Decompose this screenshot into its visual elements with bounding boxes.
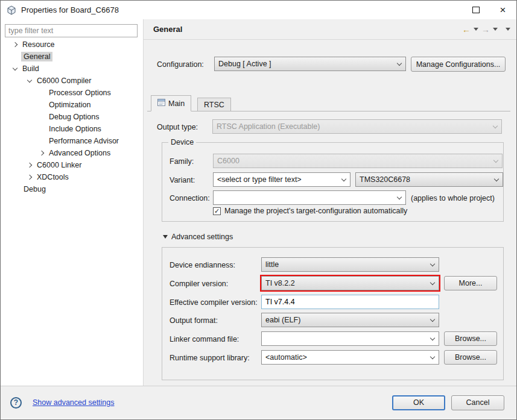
connection-combo[interactable] bbox=[213, 190, 406, 205]
dropdown-arrow-icon bbox=[427, 258, 439, 271]
maximize-icon bbox=[472, 7, 480, 13]
linker-command-file-label: Linker command file: bbox=[170, 335, 239, 343]
cancel-button[interactable]: Cancel bbox=[451, 395, 504, 410]
dropdown-arrow-icon bbox=[489, 120, 501, 133]
close-button[interactable]: × bbox=[489, 1, 516, 19]
effective-compiler-version-field[interactable] bbox=[261, 295, 439, 309]
title-bar: Properties for Board_C6678 × bbox=[1, 1, 516, 19]
device-group: Device Family: C6000 Variant: <select or… bbox=[162, 142, 504, 222]
sidebar-item-xdctools[interactable]: XDCtools bbox=[1, 171, 143, 183]
sidebar: Resource General Build C6000 Compiler Pr… bbox=[1, 19, 144, 386]
dialog-footer: ? Show advanced settings OK Cancel bbox=[1, 386, 516, 419]
maximize-button[interactable] bbox=[462, 1, 489, 19]
sidebar-item-debug[interactable]: Debug bbox=[1, 183, 143, 195]
forward-menu-caret-icon[interactable] bbox=[493, 28, 498, 31]
dropdown-arrow-icon bbox=[490, 154, 502, 168]
effective-compiler-version-label: Effective compiler version: bbox=[170, 298, 258, 307]
variant-label: Variant: bbox=[170, 176, 195, 184]
twistie-down-icon bbox=[163, 235, 168, 239]
back-icon[interactable]: ← bbox=[462, 25, 471, 34]
output-type-label: Output type: bbox=[157, 123, 198, 131]
window-icon bbox=[7, 5, 16, 15]
device-endianness-label: Device endianness: bbox=[170, 261, 235, 269]
dropdown-arrow-icon bbox=[393, 191, 405, 204]
sidebar-item-optimization[interactable]: Optimization bbox=[1, 99, 143, 111]
manage-target-config-checkbox[interactable]: ✓ bbox=[213, 207, 221, 215]
sidebar-item-processor-options[interactable]: Processor Options bbox=[1, 87, 143, 99]
dropdown-arrow-icon bbox=[338, 173, 350, 186]
general-panel: General ← → Configuration: Debug [ Activ… bbox=[144, 19, 516, 386]
runtime-support-library-combo[interactable]: <automatic> bbox=[261, 350, 439, 365]
compiler-version-label: Compiler version: bbox=[170, 280, 228, 288]
chevron-right-icon[interactable] bbox=[25, 163, 34, 167]
chevron-down-icon[interactable] bbox=[10, 67, 20, 70]
more-button[interactable]: More... bbox=[444, 276, 497, 290]
advanced-settings-toggle[interactable]: Advanced settings bbox=[163, 233, 233, 241]
back-menu-caret-icon[interactable] bbox=[474, 28, 478, 31]
chevron-right-icon[interactable] bbox=[10, 43, 20, 46]
family-select: C6000 bbox=[213, 154, 503, 168]
dialog-body: Resource General Build C6000 Compiler Pr… bbox=[1, 19, 516, 386]
output-format-select[interactable]: eabi (ELF) bbox=[261, 313, 439, 327]
panel-header: General ← → bbox=[144, 19, 516, 40]
form-icon bbox=[157, 99, 165, 108]
dropdown-arrow-icon bbox=[393, 57, 405, 71]
variant-select[interactable]: TMS320C6678 bbox=[355, 172, 503, 187]
configuration-label: Configuration: bbox=[157, 60, 204, 69]
chevron-down-icon[interactable] bbox=[25, 80, 34, 82]
chevron-right-icon[interactable] bbox=[25, 175, 34, 179]
family-label: Family: bbox=[170, 157, 194, 166]
linker-command-file-combo[interactable] bbox=[261, 331, 439, 346]
tab-strip-divider bbox=[147, 111, 510, 111]
variant-filter-combo[interactable]: <select or type filter text> bbox=[213, 172, 350, 187]
browse-linker-button[interactable]: Browse... bbox=[444, 331, 497, 346]
output-type-select: RTSC Application (Executable) bbox=[212, 119, 502, 134]
dropdown-arrow-icon bbox=[490, 173, 503, 186]
sidebar-item-c6000-linker[interactable]: C6000 Linker bbox=[1, 159, 143, 171]
view-menu-caret-icon[interactable] bbox=[506, 28, 510, 31]
manage-target-config-row: ✓ Manage the project's target-configurat… bbox=[213, 207, 407, 215]
tab-main[interactable]: Main bbox=[151, 95, 191, 111]
sidebar-item-c6000-compiler[interactable]: C6000 Compiler bbox=[1, 75, 143, 87]
tab-rtsc[interactable]: RTSC bbox=[197, 98, 231, 111]
sidebar-item-performance-advisor[interactable]: Performance Advisor bbox=[1, 135, 143, 147]
compiler-version-select[interactable]: TI v8.2.2 bbox=[261, 276, 439, 290]
advanced-settings-group: Device endianness: little Compiler versi… bbox=[162, 247, 504, 380]
output-format-label: Output format: bbox=[170, 316, 218, 325]
history-nav: ← → bbox=[462, 25, 510, 34]
dropdown-arrow-icon bbox=[427, 332, 439, 345]
browse-runtime-button[interactable]: Browse... bbox=[444, 350, 497, 365]
window-title: Properties for Board_C6678 bbox=[21, 5, 119, 14]
dropdown-arrow-icon bbox=[427, 313, 439, 327]
forward-icon[interactable]: → bbox=[481, 25, 490, 34]
properties-dialog: Properties for Board_C6678 × Resource Ge… bbox=[0, 0, 517, 420]
sidebar-item-include-options[interactable]: Include Options bbox=[1, 123, 143, 135]
manage-configurations-button[interactable]: Manage Configurations... bbox=[411, 57, 506, 72]
filter-input[interactable] bbox=[5, 24, 138, 37]
help-icon[interactable]: ? bbox=[10, 397, 22, 409]
dropdown-arrow-icon bbox=[427, 277, 439, 290]
check-icon: ✓ bbox=[214, 208, 220, 215]
connection-note: (applies to whole project) bbox=[411, 194, 495, 202]
runtime-support-library-label: Runtime support library: bbox=[170, 354, 250, 362]
ok-button[interactable]: OK bbox=[392, 395, 445, 410]
chevron-right-icon[interactable] bbox=[37, 151, 46, 155]
sidebar-item-resource[interactable]: Resource bbox=[1, 39, 143, 51]
device-group-legend: Device bbox=[168, 138, 196, 146]
device-endianness-select[interactable]: little bbox=[261, 257, 439, 272]
manage-target-config-label: Manage the project's target-configuratio… bbox=[224, 207, 407, 215]
settings-tree: Resource General Build C6000 Compiler Pr… bbox=[1, 39, 143, 195]
page-title: General bbox=[153, 25, 182, 34]
dropdown-arrow-icon bbox=[427, 351, 439, 364]
sidebar-item-advanced-options[interactable]: Advanced Options bbox=[1, 147, 143, 159]
close-icon: × bbox=[500, 5, 506, 15]
sidebar-item-debug-options[interactable]: Debug Options bbox=[1, 111, 143, 123]
configuration-select[interactable]: Debug [ Active ] bbox=[214, 57, 406, 71]
advanced-settings-title: Advanced settings bbox=[171, 233, 233, 241]
show-advanced-settings-link[interactable]: Show advanced settings bbox=[33, 398, 115, 407]
sidebar-item-build[interactable]: Build bbox=[1, 63, 143, 75]
connection-label: Connection: bbox=[170, 194, 210, 202]
sidebar-item-general[interactable]: General bbox=[1, 51, 143, 63]
